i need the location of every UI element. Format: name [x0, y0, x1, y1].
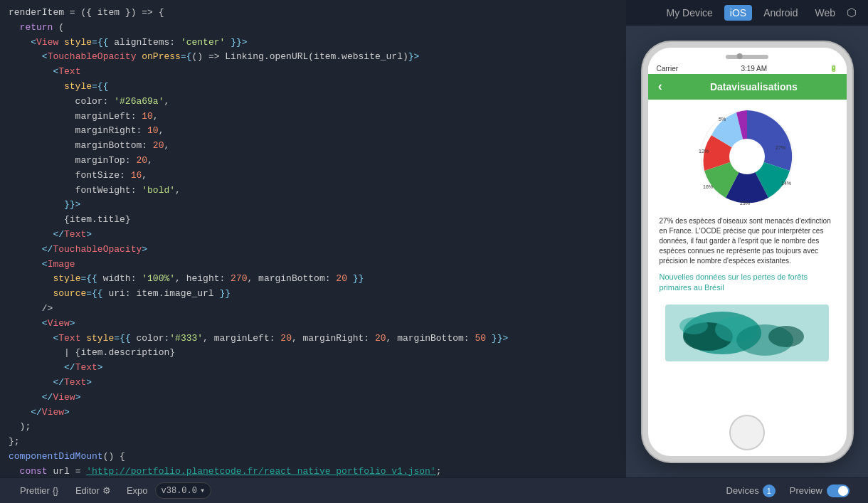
expo-label: Expo	[127, 485, 148, 496]
svg-point-1	[729, 139, 765, 174]
chart-container: 27% 14% 23% 16% 12% 5%	[648, 100, 847, 213]
time-text: 3:19 AM	[741, 65, 767, 73]
phone-home-button[interactable]	[729, 415, 765, 450]
preview-toggle-switch[interactable]	[827, 485, 850, 497]
status-icons: 🔋	[830, 65, 837, 72]
gear-icon: ⚙	[102, 485, 111, 496]
devices-button[interactable]: Devices 1	[719, 480, 783, 502]
svg-text:23%: 23%	[740, 201, 750, 206]
svg-point-13	[768, 326, 804, 347]
devices-label: Devices	[726, 485, 759, 496]
status-bar: Carrier 3:19 AM 🔋	[648, 63, 847, 74]
pie-chart: 27% 14% 23% 16% 12% 5%	[697, 107, 797, 206]
preview-panel: My Device iOS Android Web ⬡ Carrier 3:19…	[626, 0, 868, 477]
preview-button[interactable]: Preview	[783, 480, 857, 502]
main-area: renderItem = ({ item }) => { return ( <V…	[0, 0, 868, 477]
app-content: 27% 14% 23% 16% 12% 5% 27% des espèces d…	[648, 100, 847, 412]
carrier-text: Carrier	[657, 65, 679, 73]
prettier-button[interactable]: Prettier {}	[11, 481, 67, 500]
svg-text:27%: 27%	[776, 145, 785, 150]
app-title: Datavisualisations	[669, 81, 837, 92]
editor-button[interactable]: Editor ⚙	[67, 481, 120, 500]
prettier-label: Prettier	[20, 485, 50, 496]
svg-text:12%: 12%	[699, 149, 709, 154]
editor-label: Editor	[75, 485, 100, 496]
prettier-icon: {}	[53, 486, 58, 496]
expo-button[interactable]: Expo	[120, 481, 155, 500]
back-button[interactable]: ‹	[657, 80, 665, 94]
web-button[interactable]: Web	[809, 5, 841, 21]
svg-text:16%: 16%	[703, 184, 713, 189]
brazil-map	[665, 305, 829, 361]
external-link-icon[interactable]: ⬡	[847, 6, 857, 20]
device-toolbar: My Device iOS Android Web ⬡	[626, 0, 868, 26]
svg-text:5%: 5%	[719, 117, 726, 122]
app-header: ‹ Datavisualisations	[648, 74, 847, 100]
bottom-toolbar: Prettier {} Editor ⚙ Expo v38.0.0 ▾ Devi…	[0, 477, 868, 503]
chevron-down-icon: ▾	[200, 485, 205, 496]
svg-point-14	[679, 317, 708, 334]
my-device-button[interactable]: My Device	[660, 5, 718, 21]
phone-container: Carrier 3:19 AM 🔋 ‹ Datavisualisations	[626, 26, 868, 477]
description-text: 27% des espèces d'oiseaux sont menacés d…	[648, 213, 847, 272]
map-container	[648, 299, 847, 367]
version-selector[interactable]: v38.0.0 ▾	[155, 482, 212, 499]
android-button[interactable]: Android	[758, 5, 803, 21]
code-editor: renderItem = ({ item }) => { return ( <V…	[0, 0, 626, 477]
ios-button[interactable]: iOS	[724, 5, 752, 21]
phone-mockup: Carrier 3:19 AM 🔋 ‹ Datavisualisations	[642, 42, 852, 462]
phone-camera	[737, 53, 743, 59]
phone-screen: Carrier 3:19 AM 🔋 ‹ Datavisualisations	[648, 63, 847, 412]
devices-count: 1	[763, 485, 776, 497]
toggle-knob	[838, 486, 848, 496]
preview-label: Preview	[790, 485, 822, 496]
link-text[interactable]: Nouvelles données sur les pertes de forê…	[648, 272, 847, 300]
svg-text:14%: 14%	[781, 181, 791, 186]
version-label: v38.0.0	[162, 486, 197, 496]
phone-speaker	[726, 55, 768, 59]
